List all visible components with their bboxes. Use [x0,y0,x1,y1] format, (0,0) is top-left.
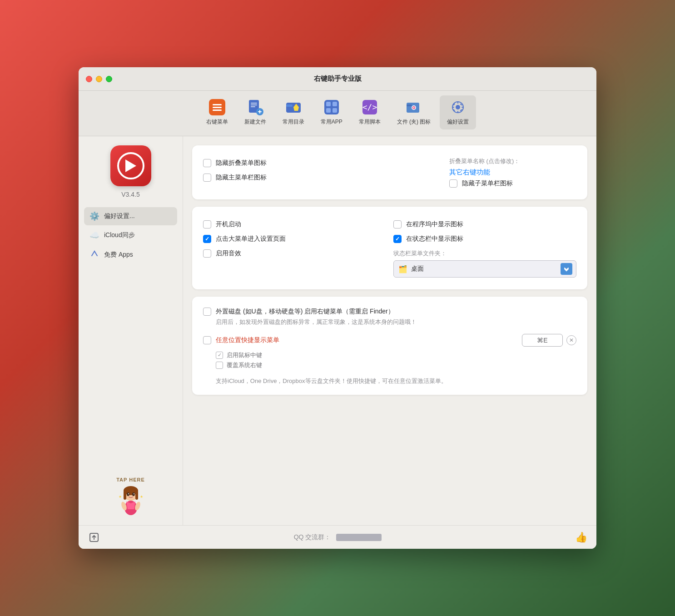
svg-rect-5 [251,103,257,104]
click-enter-settings-label: 点击大菜单进入设置页面 [216,235,286,243]
traffic-lights [86,76,112,82]
sidebar-nav-icloud-label: iCloud同步 [104,231,135,239]
toolbar-label-common-script: 常用脚本 [359,118,381,126]
cover-system-right-checkbox[interactable] [216,362,223,369]
sidebar-nav-icloud[interactable]: ☁️ iCloud同步 [84,226,177,244]
hide-fold-menu-icon-label: 隐藏折叠菜单图标 [216,159,267,167]
toolbar-item-common-script[interactable]: </> 常用脚本 [352,95,388,129]
anywhere-menu-label: 任意位置快捷显示菜单 [216,336,279,344]
click-enter-settings-item[interactable]: 点击大菜单进入设置页面 [203,233,386,245]
svg-marker-38 [125,159,136,172]
titlebar: 右键助手专业版 [79,67,596,91]
folder-select[interactable]: 🗂️ 桌面 [393,260,576,278]
svg-rect-17 [333,102,337,106]
status-bar-folder-hint: 状态栏菜单文件夹： [393,249,447,258]
file-icon-icon [406,99,422,115]
hide-main-menu-icon-checkbox[interactable] [203,174,211,182]
svg-point-29 [456,105,460,109]
svg-rect-31 [457,111,458,113]
toolbar: 右键菜单 新建文件 [79,91,596,136]
anywhere-menu-checkbox[interactable] [203,336,211,344]
icloud-nav-icon: ☁️ [89,230,99,240]
close-button[interactable] [86,76,92,82]
toolbar-item-right-click-menu[interactable]: 右键菜单 [199,95,235,129]
content-area: V3.4.5 ⚙️ 偏好设置... ☁️ iCloud同步 [79,136,596,525]
fold-menu-name-hint: 折叠菜单名称 (点击修改)： [449,157,576,165]
like-button[interactable]: 👍 [575,532,587,543]
svg-rect-18 [326,108,331,113]
anywhere-shortcut-row: 任意位置快捷显示菜单 ⌘E ✕ [203,334,576,347]
common-dir-icon [285,99,302,115]
window-title: 右键助手专业版 [314,75,362,83]
new-file-icon [247,99,263,115]
app-icon-inner [117,152,144,179]
svg-rect-33 [462,107,464,108]
mascot[interactable]: ★ ★ [115,484,147,516]
toolbar-item-new-file[interactable]: 新建文件 [237,95,273,129]
click-enter-settings-checkbox[interactable] [203,235,211,243]
fullscreen-button[interactable] [106,76,112,82]
cover-system-right-item[interactable]: 覆盖系统右键 [216,361,576,369]
toolbar-item-preferences[interactable]: 偏好设置 [440,95,476,129]
free-apps-nav-icon [89,249,99,260]
hide-fold-menu-icon-checkbox[interactable] [203,159,211,167]
svg-point-44 [127,492,129,496]
enable-mouse-middle-item[interactable]: 启用鼠标中键 [216,351,576,359]
enable-sound-checkbox[interactable] [203,249,211,258]
shortcut-clear-button[interactable]: ✕ [566,335,576,345]
main-content: 隐藏折叠菜单图标 隐藏主菜单栏图标 折叠菜单名称 (点击修改)： 其它右键功能 … [183,136,596,525]
external-disk-checkbox[interactable] [203,308,211,316]
hide-sub-menu-icon-checkbox[interactable] [449,179,457,188]
folder-select-arrow[interactable] [561,263,572,275]
toolbar-label-common-dir: 常用目录 [283,118,304,126]
settings-row-2: 开机启动 点击大菜单进入设置页面 启用音效 [203,216,576,280]
hide-sub-menu-icon-item[interactable]: 隐藏子菜单栏图标 [449,179,576,188]
auto-start-checkbox[interactable] [203,220,211,229]
common-script-icon: </> [362,99,378,115]
hide-main-menu-icon-item[interactable]: 隐藏主菜单栏图标 [203,172,442,184]
show-in-status-bar-item[interactable]: 在状态栏中显示图标 [393,233,576,245]
show-in-dock-checkbox[interactable] [393,220,402,229]
svg-point-46 [128,493,129,494]
hide-fold-menu-icon-item[interactable]: 隐藏折叠菜单图标 [203,157,442,169]
enable-mouse-middle-checkbox[interactable] [216,352,223,359]
main-window: 右键助手专业版 右键菜单 [79,67,596,549]
show-in-dock-label: 在程序坞中显示图标 [406,220,463,229]
app-icon [110,145,151,186]
svg-rect-6 [251,104,257,105]
sidebar-nav-preferences[interactable]: ⚙️ 偏好设置... [84,207,177,225]
auto-start-item[interactable]: 开机启动 [203,219,386,230]
settings-card-2: 开机启动 点击大菜单进入设置页面 启用音效 [192,207,587,289]
svg-rect-3 [213,109,222,111]
enable-sound-item[interactable]: 启用音效 [203,248,386,259]
minimize-button[interactable] [96,76,102,82]
svg-text:★: ★ [119,495,122,499]
footer: QQ 交流群： 👍 [79,525,596,549]
fold-menu-name-link[interactable]: 其它右键功能 [449,168,576,177]
toolbar-item-common-app[interactable]: 常用APP [313,95,350,129]
shortcut-key-box[interactable]: ⌘E [522,334,563,347]
sidebar-nav-free-apps[interactable]: 免费 Apps [84,245,177,264]
export-button[interactable] [88,531,100,544]
svg-rect-2 [213,107,222,108]
sidebar: V3.4.5 ⚙️ 偏好设置... ☁️ iCloud同步 [79,136,183,525]
right-click-menu-icon [209,99,225,115]
toolbar-item-common-dir[interactable]: 常用目录 [275,95,312,129]
anywhere-menu-item[interactable]: 任意位置快捷显示菜单 [203,334,516,346]
svg-rect-42 [124,491,126,500]
show-in-status-bar-checkbox[interactable] [393,235,402,243]
svg-text:</>: </> [362,102,377,112]
svg-rect-23 [407,104,412,106]
auto-start-label: 开机启动 [216,220,241,229]
hide-main-menu-icon-label: 隐藏主菜单栏图标 [216,174,267,182]
preferences-nav-icon: ⚙️ [89,211,99,221]
external-disk-item[interactable]: 外置磁盘 (如U盘，移动硬盘等) 启用右键菜单（需重启 Finder） [203,306,576,318]
svg-rect-16 [326,102,331,106]
sidebar-nav: ⚙️ 偏好设置... ☁️ iCloud同步 免费 Apps [84,207,177,264]
svg-rect-7 [251,106,255,107]
preferences-icon [450,99,466,115]
svg-rect-12 [286,104,293,107]
hide-sub-menu-icon-label: 隐藏子菜单栏图标 [462,179,513,188]
show-in-dock-item[interactable]: 在程序坞中显示图标 [393,219,576,230]
toolbar-item-file-icon[interactable]: 文件 (夹) 图标 [390,95,438,129]
